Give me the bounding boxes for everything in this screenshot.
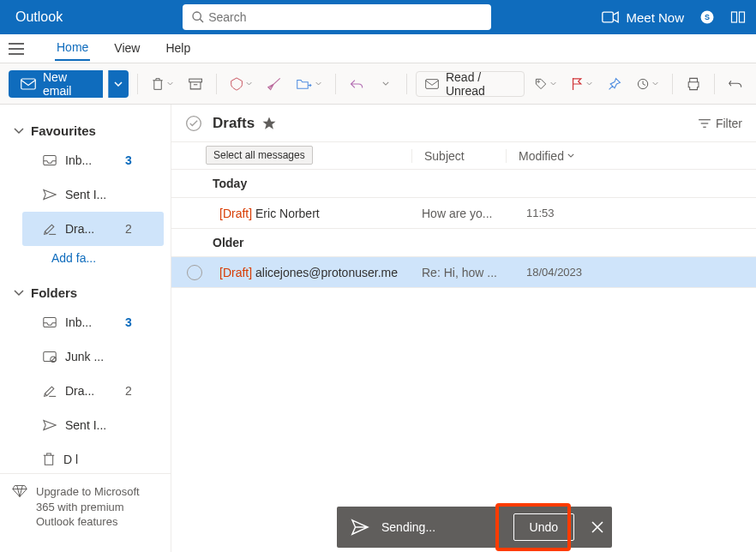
print-button[interactable] (681, 70, 705, 98)
skype-icon[interactable]: S (699, 9, 715, 25)
svg-rect-5 (732, 12, 737, 22)
svg-rect-6 (740, 12, 745, 22)
diamond-icon (12, 484, 27, 498)
svg-rect-15 (44, 155, 56, 165)
flag-button[interactable] (567, 70, 597, 98)
toast-text: Sending... (381, 520, 501, 534)
tab-view[interactable]: View (112, 38, 141, 60)
search-icon (189, 10, 207, 24)
svg-rect-12 (426, 79, 439, 88)
add-favourite[interactable]: Add fa... (5, 246, 171, 270)
mail-icon (21, 78, 36, 90)
svg-rect-16 (44, 317, 56, 327)
new-email-dropdown[interactable] (108, 70, 128, 98)
group-today: Today (171, 170, 756, 198)
close-icon[interactable] (591, 521, 603, 533)
reply-dropdown[interactable] (374, 70, 398, 98)
col-subject[interactable]: Subject (411, 149, 506, 163)
toolbar: New email Read / Unread (0, 63, 756, 105)
pin-button[interactable] (603, 70, 627, 98)
sent-icon (43, 419, 57, 431)
video-icon (602, 11, 619, 23)
message-list: Drafts Filter Select all messages Subjec… (171, 105, 756, 552)
reply-button[interactable] (345, 70, 369, 98)
select-all-icon[interactable] (185, 115, 202, 132)
sending-toast: Sending... Undo (337, 507, 612, 548)
tab-help[interactable]: Help (164, 38, 192, 60)
draft-icon (43, 222, 57, 236)
send-icon (351, 519, 369, 536)
junk-icon (43, 351, 57, 363)
svg-text:S: S (705, 13, 710, 21)
meet-now-button[interactable]: Meet Now (602, 10, 684, 25)
search-box[interactable] (183, 4, 491, 30)
move-button[interactable] (291, 70, 327, 98)
sidebar-item[interactable]: Sent I... (22, 177, 164, 212)
svg-point-0 (193, 12, 201, 20)
message-row[interactable]: [Draft] Eric Norbert How are yo... 11:53 (171, 198, 756, 229)
title-bar: Outlook Meet Now S (0, 0, 756, 34)
delete-icon (43, 453, 55, 466)
select-all-tooltip: Select all messages (206, 146, 313, 165)
sidebar-item[interactable]: Dra...2 (22, 374, 164, 408)
star-icon[interactable] (261, 116, 277, 131)
filter-button[interactable]: Filter (699, 117, 742, 130)
group-older: Older (171, 229, 756, 257)
sidebar-item[interactable]: Junk ... (22, 339, 164, 374)
sidebar: Favourites Inb...3Sent I...Dra...2 Add f… (0, 105, 171, 552)
sidebar-item[interactable]: D l (22, 442, 164, 473)
tab-home[interactable]: Home (55, 37, 90, 61)
sidebar-item[interactable]: Inb...3 (22, 143, 164, 177)
svg-rect-11 (189, 79, 201, 82)
draft-icon (43, 384, 57, 398)
app-brand: Outlook (15, 9, 63, 25)
search-input[interactable] (207, 9, 484, 25)
column-headers: Select all messages Subject Modified (171, 142, 756, 170)
folders-header[interactable]: Folders (5, 280, 171, 305)
upgrade-banner[interactable]: Upgrade to Microsoft 365 with premium Ou… (0, 473, 171, 552)
svg-line-19 (51, 357, 56, 362)
apps-icon[interactable] (730, 9, 746, 25)
message-row[interactable]: [Draft] alicejones@protonuser.me Re: Hi,… (171, 257, 756, 288)
delete-button[interactable] (147, 70, 178, 98)
read-unread-button[interactable]: Read / Unread (416, 71, 525, 97)
new-email-button[interactable]: New email (9, 70, 103, 98)
svg-line-1 (200, 19, 203, 22)
snooze-button[interactable] (632, 70, 663, 98)
inbox-icon (43, 316, 57, 328)
col-modified[interactable]: Modified (506, 149, 756, 163)
hamburger-icon[interactable] (9, 43, 24, 55)
inbox-icon (43, 154, 57, 166)
sidebar-item[interactable]: Sent I... (22, 408, 164, 442)
favourites-header[interactable]: Favourites (5, 118, 171, 143)
ribbon-tabs: Home View Help (0, 34, 756, 63)
sidebar-item[interactable]: Dra...2 (22, 212, 164, 246)
tag-button[interactable] (530, 70, 561, 98)
row-select-circle[interactable] (187, 265, 202, 280)
svg-rect-10 (21, 79, 36, 89)
folder-title: Drafts (213, 115, 255, 132)
undo-button[interactable] (723, 70, 747, 98)
undo-send-button[interactable]: Undo (513, 513, 574, 541)
svg-rect-2 (603, 12, 614, 22)
sidebar-item[interactable]: Inb...3 (22, 305, 164, 339)
sweep-button[interactable] (262, 70, 286, 98)
svg-point-13 (537, 81, 539, 82)
sent-icon (43, 189, 57, 201)
report-button[interactable] (225, 70, 257, 98)
archive-button[interactable] (183, 70, 207, 98)
